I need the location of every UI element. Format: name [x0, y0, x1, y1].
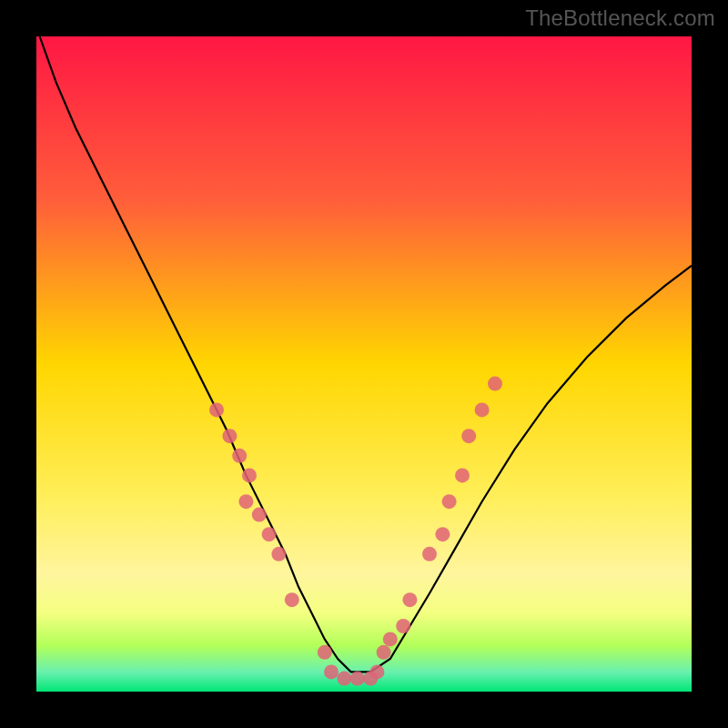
data-marker: [238, 494, 253, 509]
data-marker: [488, 377, 502, 391]
data-marker: [242, 468, 257, 482]
data-marker: [209, 402, 224, 417]
chart-plot: [36, 36, 692, 692]
data-marker: [435, 527, 450, 541]
data-marker: [350, 672, 365, 686]
data-marker: [396, 619, 410, 633]
data-marker: [422, 547, 437, 561]
data-marker: [285, 592, 299, 607]
data-marker: [324, 664, 339, 679]
data-marker: [369, 664, 384, 679]
chart-background: [36, 36, 692, 692]
data-marker: [383, 632, 398, 646]
data-marker: [455, 468, 470, 482]
data-marker: [262, 527, 277, 541]
data-marker: [337, 672, 351, 686]
data-marker: [402, 592, 417, 607]
data-marker: [271, 547, 286, 561]
data-marker: [377, 645, 391, 660]
data-marker: [475, 402, 490, 417]
data-marker: [232, 449, 247, 463]
data-marker: [442, 494, 457, 509]
watermark-text: TheBottleneck.com: [525, 5, 715, 31]
data-marker: [318, 645, 332, 660]
data-marker: [222, 429, 237, 443]
data-marker: [461, 429, 476, 443]
data-marker: [252, 508, 267, 522]
